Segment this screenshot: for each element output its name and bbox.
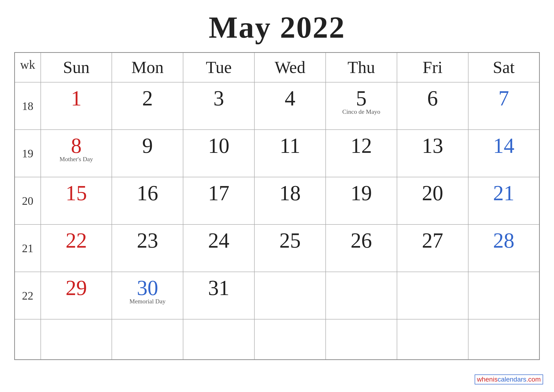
- day-number: 17: [208, 181, 229, 205]
- day-cell: 10: [183, 130, 254, 177]
- day-cell: 15: [41, 177, 112, 224]
- day-cell: 30Memorial Day: [112, 272, 183, 319]
- day-number: 9: [142, 134, 153, 157]
- day-cell: 16: [112, 177, 183, 224]
- day-number: 20: [422, 181, 443, 205]
- day-number: 21: [493, 181, 514, 205]
- week-number-5: 22: [15, 272, 41, 319]
- day-cell: 3: [183, 82, 254, 130]
- day-number: 31: [208, 276, 229, 300]
- day-cell: 26: [326, 224, 397, 272]
- header-sat: Sat: [468, 53, 540, 83]
- day-cell: 8Mother's Day: [41, 130, 112, 177]
- day-number: 4: [285, 86, 295, 110]
- day-cell: 29: [41, 272, 112, 319]
- watermark-end: .com: [526, 376, 541, 383]
- page-title: May 2022: [209, 9, 345, 45]
- day-number: 5: [356, 86, 367, 110]
- day-cell: 11: [254, 130, 326, 177]
- header-thu: Thu: [326, 53, 397, 83]
- day-number: 14: [493, 134, 514, 157]
- calendar-table: wk Sun Mon Tue Wed Thu Fri Sat 1812345Ci…: [14, 52, 540, 360]
- day-cell: 19: [326, 177, 397, 224]
- day-cell: 9: [112, 130, 183, 177]
- day-cell: 5Cinco de Mayo: [326, 82, 397, 130]
- calendar-header: wk Sun Mon Tue Wed Thu Fri Sat: [15, 53, 540, 83]
- day-number: 22: [66, 229, 87, 252]
- watermark[interactable]: wheniscalendars.com: [473, 374, 545, 385]
- day-number: 2: [142, 86, 153, 110]
- day-cell: 13: [397, 130, 468, 177]
- week-number-2: 19: [15, 130, 41, 177]
- day-number: 29: [66, 276, 87, 300]
- day-cell: [468, 319, 540, 359]
- day-number: 30: [137, 276, 158, 300]
- day-number: 15: [66, 181, 87, 205]
- day-number: 8: [71, 134, 82, 157]
- day-number: 11: [280, 134, 300, 157]
- day-cell: 6: [397, 82, 468, 130]
- watermark-box: wheniscalendars.com: [475, 374, 543, 385]
- day-cell: 14: [468, 130, 540, 177]
- day-number: 13: [422, 134, 443, 157]
- watermark-red: whenis: [477, 376, 498, 383]
- day-number: 18: [279, 181, 301, 205]
- day-number: 12: [351, 134, 372, 157]
- header-sun: Sun: [41, 53, 112, 83]
- day-cell: [468, 272, 540, 319]
- day-number: 16: [137, 181, 158, 205]
- holiday-label: Mother's Day: [43, 155, 110, 163]
- header-tue: Tue: [183, 53, 254, 83]
- day-cell: [183, 319, 254, 359]
- watermark-link[interactable]: wheniscalendars.com: [477, 376, 541, 383]
- day-cell: 25: [254, 224, 326, 272]
- day-cell: [112, 319, 183, 359]
- day-cell: 18: [254, 177, 326, 224]
- day-number: 7: [498, 86, 509, 110]
- day-number: 26: [351, 229, 372, 252]
- week-number-1: 18: [15, 82, 41, 130]
- day-number: 3: [213, 86, 224, 110]
- day-cell: 21: [468, 177, 540, 224]
- day-cell: 24: [183, 224, 254, 272]
- day-cell: [397, 319, 468, 359]
- week-number-4: 21: [15, 224, 41, 272]
- header-mon: Mon: [112, 53, 183, 83]
- day-number: 25: [279, 229, 301, 252]
- holiday-label: Cinco de Mayo: [328, 108, 394, 115]
- calendar-body: 1812345Cinco de Mayo67198Mother's Day910…: [15, 82, 540, 359]
- week-number-6: [15, 319, 41, 359]
- day-cell: 7: [468, 82, 540, 130]
- day-cell: [326, 272, 397, 319]
- day-number: 24: [208, 229, 229, 252]
- day-number: 27: [422, 229, 443, 252]
- day-cell: 4: [254, 82, 326, 130]
- week-number-3: 20: [15, 177, 41, 224]
- day-cell: [254, 272, 326, 319]
- holiday-label: Memorial Day: [114, 298, 180, 305]
- day-cell: 31: [183, 272, 254, 319]
- day-cell: [41, 319, 112, 359]
- day-number: 19: [351, 181, 372, 205]
- day-number: 6: [427, 86, 438, 110]
- day-cell: [397, 272, 468, 319]
- day-cell: 12: [326, 130, 397, 177]
- wk-header: wk: [15, 53, 41, 83]
- day-cell: 2: [112, 82, 183, 130]
- day-number: 10: [208, 134, 229, 157]
- day-cell: 1: [41, 82, 112, 130]
- day-cell: [326, 319, 397, 359]
- day-cell: 27: [397, 224, 468, 272]
- watermark-blue: calendars: [498, 376, 526, 383]
- header-fri: Fri: [397, 53, 468, 83]
- day-cell: 20: [397, 177, 468, 224]
- day-cell: 17: [183, 177, 254, 224]
- day-number: 28: [493, 229, 514, 252]
- day-cell: 28: [468, 224, 540, 272]
- header-wed: Wed: [254, 53, 326, 83]
- day-cell: 22: [41, 224, 112, 272]
- day-number: 1: [71, 86, 82, 110]
- day-cell: 23: [112, 224, 183, 272]
- day-cell: [254, 319, 326, 359]
- day-number: 23: [137, 229, 158, 252]
